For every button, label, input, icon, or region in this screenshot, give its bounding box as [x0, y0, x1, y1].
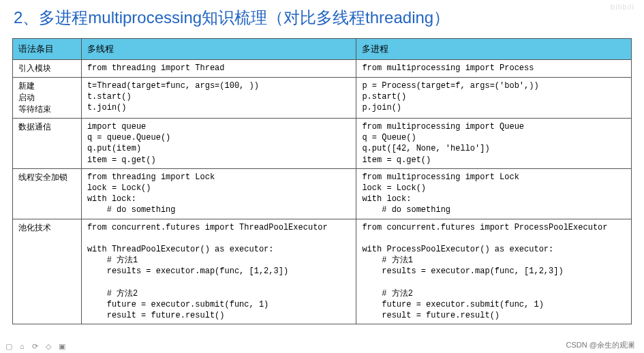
- thread-code: import queue q = queue.Queue() q.put(ite…: [81, 119, 356, 169]
- bottom-toolbar[interactable]: ▢ ⌂ ⟳ ◇ ▣: [5, 342, 68, 351]
- process-code: from concurrent.futures import ProcessPo…: [356, 219, 632, 324]
- process-code: from multiprocessing import Lock lock = …: [356, 168, 632, 219]
- row-label: 池化技术: [13, 219, 82, 324]
- table-row: 数据通信 import queue q = queue.Queue() q.pu…: [13, 119, 632, 169]
- thread-code: t=Thread(target=func, args=(100, )) t.st…: [81, 78, 356, 119]
- table-row: 新建 启动 等待结束 t=Thread(target=func, args=(1…: [13, 78, 632, 119]
- table-row: 池化技术 from concurrent.futures import Thre…: [13, 219, 632, 324]
- watermark-bottom-right: CSDN @余生的观澜: [566, 340, 634, 350]
- row-label: 引入模块: [13, 60, 82, 78]
- table-row: 引入模块 from threading import Thread from m…: [13, 60, 632, 78]
- thread-code: from threading import Thread: [81, 60, 356, 78]
- thread-code: from concurrent.futures import ThreadPoo…: [81, 219, 356, 324]
- header-syntax: 语法条目: [13, 39, 82, 60]
- thread-code: from threading import Lock lock = Lock()…: [81, 168, 356, 219]
- page-title: 2、多进程multiprocessing知识梳理（对比多线程threading）: [12, 7, 632, 29]
- comparison-table: 语法条目 多线程 多进程 引入模块 from threading import …: [12, 38, 632, 324]
- table-row: 线程安全加锁 from threading import Lock lock =…: [13, 168, 632, 219]
- process-code: p = Process(target=f, args=('bob',)) p.s…: [356, 78, 632, 119]
- process-code: from multiprocessing import Queue q = Qu…: [356, 119, 632, 169]
- row-label: 线程安全加锁: [13, 168, 82, 219]
- row-label: 数据通信: [13, 119, 82, 169]
- header-threading: 多线程: [81, 39, 356, 60]
- row-label: 新建 启动 等待结束: [13, 78, 82, 119]
- header-multiprocessing: 多进程: [356, 39, 632, 60]
- process-code: from multiprocessing import Process: [356, 60, 632, 78]
- watermark-top-right: bilibili: [611, 3, 634, 11]
